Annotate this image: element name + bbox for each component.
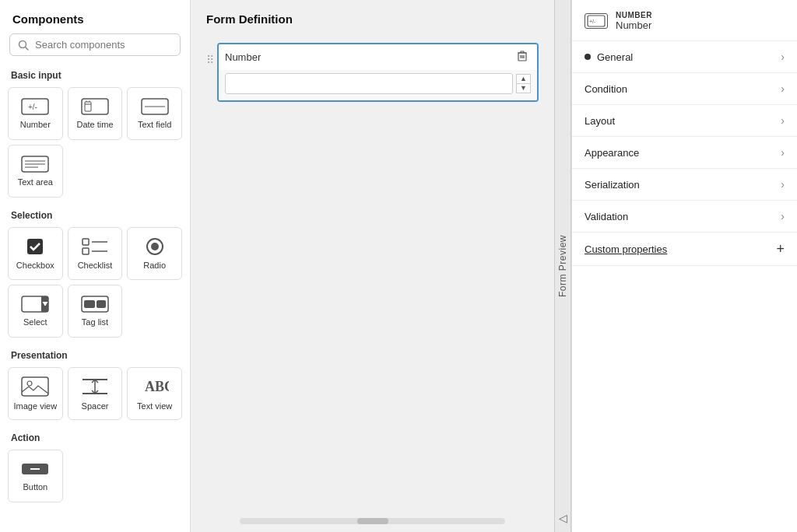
validation-label: Validation [585, 211, 628, 222]
form-field-wrapper: ⠿ Number [206, 43, 539, 102]
section-layout-row[interactable]: Layout › [572, 105, 797, 136]
svg-text:ABC: ABC [145, 379, 169, 394]
search-icon [18, 40, 29, 51]
svg-text:+/-: +/- [28, 103, 37, 111]
component-checkbox[interactable]: Checkbox [8, 227, 63, 280]
component-checklist[interactable]: Checklist [68, 227, 123, 280]
section-condition: Condition › [572, 73, 797, 105]
general-dot [585, 54, 591, 60]
spinner-down[interactable]: ▼ [516, 83, 531, 93]
spacer-label: Spacer [82, 401, 109, 411]
section-condition-row[interactable]: Condition › [572, 73, 797, 104]
add-custom-property-button[interactable]: + [776, 242, 785, 256]
drag-handle[interactable]: ⠿ [206, 52, 214, 68]
number-icon: +/- [21, 98, 49, 115]
search-input[interactable] [35, 39, 172, 51]
general-chevron: › [781, 51, 785, 63]
prop-component-icon: +/- [585, 13, 608, 29]
scrollbar-thumb [357, 518, 388, 524]
section-general-row[interactable]: General › [572, 41, 797, 72]
checklist-icon [81, 237, 109, 256]
custom-properties-label: Custom properties [585, 243, 667, 255]
properties-header: +/- NUMBER Number [572, 0, 797, 41]
textfield-label: Text field [138, 120, 171, 130]
section-label-presentation: Presentation [0, 345, 190, 367]
textview-label: Text view [137, 401, 172, 411]
general-label: General [597, 51, 633, 63]
number-label: Number [20, 120, 51, 130]
svg-rect-4 [82, 99, 108, 114]
textfield-icon [141, 98, 169, 115]
presentation-grid: Image view Spacer ABC Text vi [0, 367, 190, 428]
component-radio[interactable]: Radio [127, 227, 182, 280]
form-field-label: Number [225, 51, 261, 63]
form-definition-title: Form Definition [191, 0, 554, 35]
button-label: Button [23, 482, 47, 492]
section-label-action: Action [0, 428, 190, 450]
form-preview-label: Form Preview [557, 235, 568, 297]
form-field-box: Number [217, 43, 539, 102]
component-textfield[interactable]: Text field [127, 87, 182, 140]
spinner-up[interactable]: ▲ [516, 74, 531, 83]
component-datetime[interactable]: Date time [68, 87, 123, 140]
checklist-label: Checklist [78, 261, 113, 271]
radio-icon [146, 237, 164, 256]
section-validation-row[interactable]: Validation › [572, 201, 797, 232]
component-imageview[interactable]: Image view [8, 367, 63, 420]
section-layout: Layout › [572, 105, 797, 137]
horizontal-scrollbar[interactable] [240, 518, 506, 524]
component-taglist[interactable]: Tag list [68, 285, 123, 338]
prop-component-label: Number [616, 19, 652, 31]
component-number[interactable]: +/- Number [8, 87, 63, 140]
component-textview[interactable]: ABC Text view [127, 367, 182, 420]
validation-chevron: › [781, 210, 785, 222]
component-textarea[interactable]: Text area [8, 145, 63, 198]
select-label: Select [23, 317, 47, 327]
form-field-input-area: ▲ ▼ [219, 70, 537, 100]
svg-rect-15 [27, 239, 43, 254]
appearance-chevron: › [781, 146, 785, 159]
svg-rect-5 [85, 102, 91, 111]
components-title: Components [0, 0, 190, 33]
textview-icon: ABC [141, 376, 169, 397]
search-box[interactable] [9, 33, 181, 56]
svg-text:+/-: +/- [589, 19, 596, 24]
section-validation: Validation › [572, 201, 797, 233]
section-serialization-left: Serialization [585, 179, 640, 191]
number-input-field[interactable] [225, 73, 513, 94]
section-appearance-row[interactable]: Appearance › [572, 137, 797, 168]
datetime-label: Date time [76, 120, 113, 130]
checkbox-label: Checkbox [16, 261, 54, 271]
datetime-icon [81, 98, 109, 115]
custom-properties-row[interactable]: Custom properties + [572, 233, 797, 265]
component-button[interactable]: Button [8, 450, 63, 502]
serialization-label: Serialization [585, 179, 640, 191]
component-spacer[interactable]: Spacer [68, 367, 123, 420]
form-preview-tab[interactable]: Form Preview ◁ [554, 0, 571, 532]
section-appearance: Appearance › [572, 137, 797, 169]
collapse-preview-button[interactable]: ◁ [559, 512, 567, 524]
action-grid: Button [0, 450, 190, 510]
section-serialization: Serialization › [572, 169, 797, 201]
radio-label: Radio [143, 261, 166, 271]
serialization-chevron: › [781, 178, 785, 191]
section-serialization-row[interactable]: Serialization › [572, 169, 797, 200]
prop-component-name: NUMBER Number [616, 11, 652, 31]
components-panel: Components Basic input +/- Number [0, 0, 191, 532]
textarea-icon [21, 156, 49, 173]
svg-point-28 [27, 381, 32, 386]
number-spinner: ▲ ▼ [516, 74, 531, 93]
layout-chevron: › [781, 114, 785, 127]
svg-rect-16 [83, 239, 89, 245]
spacer-icon [81, 376, 109, 397]
section-label-basic-input: Basic input [0, 65, 190, 87]
select-icon [21, 296, 49, 313]
form-field-actions [514, 49, 531, 65]
condition-label: Condition [585, 83, 627, 95]
svg-rect-18 [83, 248, 89, 254]
section-layout-left: Layout [585, 115, 615, 127]
delete-field-button[interactable] [514, 49, 531, 65]
imageview-label: Image view [14, 401, 58, 411]
prop-component-type: NUMBER [616, 11, 652, 19]
component-select[interactable]: Select [8, 285, 63, 338]
